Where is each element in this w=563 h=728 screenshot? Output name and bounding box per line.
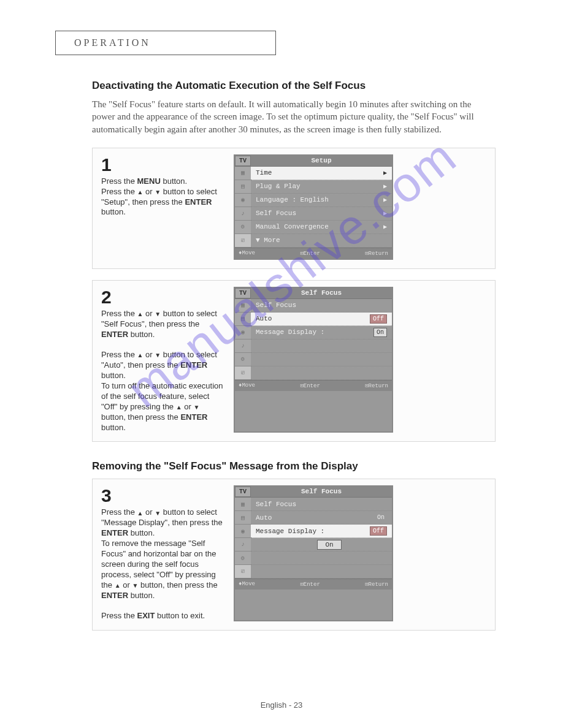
heading-deactivating: Deactivating the Automatic Execution of …: [92, 80, 508, 92]
sidebar-icon: ♪: [235, 538, 251, 552]
tv-menu: TV Self Focus ▦▤◉♪⚙⎚ Self Focus AutoOn M…: [234, 485, 393, 621]
tv-tab: TV: [235, 288, 251, 298]
menu-row: Manual Convergence▶: [251, 221, 392, 234]
menu-row-label: Self Focus: [256, 301, 296, 309]
sidebar-icon: ▤: [235, 511, 251, 525]
sidebar-icon: ⎚: [235, 565, 251, 578]
menu-value: Off: [370, 526, 387, 536]
tv-menu-title: Self Focus: [251, 288, 392, 298]
menu-row: Self Focus: [251, 498, 392, 511]
tv-tab: TV: [235, 156, 251, 166]
footer-move: ♦Move: [239, 581, 255, 588]
sidebar-icon: ⎚: [235, 234, 251, 248]
tv-menu-footer: ♦Move ⊡Enter ⊡Return: [235, 380, 392, 391]
tv-sidebar: ▦▤◉♪⚙⎚: [235, 299, 251, 380]
step-box: 3 Press the ▲ or ▼ button to select "Mes…: [92, 479, 496, 631]
tv-menu-title: Setup: [251, 156, 392, 166]
sidebar-icon: ◉: [235, 525, 251, 538]
footer-enter: ⊡Enter: [300, 250, 320, 257]
section-label: OPERATION: [55, 31, 276, 55]
sidebar-icon: ♪: [235, 207, 251, 221]
tv-menu-footer: ♦Move ⊡Enter ⊡Return: [235, 248, 392, 259]
sidebar-icon: ⚙: [235, 353, 251, 366]
step-number: 2: [101, 287, 224, 308]
menu-row-label: Manual Convergence: [256, 223, 329, 230]
menu-row: AutoOn: [251, 511, 392, 525]
step-number: 3: [101, 485, 224, 506]
menu-row: Self Focus▶: [251, 207, 392, 221]
tv-menu-header: TV Self Focus: [235, 487, 392, 498]
arrow-right-icon: ▶: [383, 183, 387, 190]
menu-row: ▼ More: [251, 234, 392, 248]
tv-menu: TV Self Focus ▦▤◉♪⚙⎚ Self Focus AutoOff …: [234, 287, 393, 433]
heading-removing: Removing the "Self Focus" Message from t…: [92, 460, 508, 472]
footer-return: ⊡Return: [365, 382, 388, 389]
menu-value: Off: [370, 314, 387, 324]
page-number: English - 23: [0, 700, 563, 710]
menu-row-label: Message Display :: [256, 528, 324, 535]
menu-row-label: Self Focus: [256, 210, 296, 217]
menu-row-label: Plug & Play: [256, 183, 301, 190]
footer-enter: ⊡Enter: [300, 382, 320, 389]
sidebar-icon: ⎚: [235, 366, 251, 380]
sidebar-icon: ▤: [235, 180, 251, 194]
menu-row-empty: [251, 565, 392, 578]
menu-row: AutoOff: [251, 313, 392, 326]
tv-menu: TV Setup ▦▤◉♪⚙⎚ Time▶ Plug & Play▶ Langu…: [234, 154, 393, 260]
tv-menu-header: TV Setup: [235, 156, 392, 167]
menu-row-empty: [251, 353, 392, 366]
menu-row-label: Auto: [256, 514, 272, 521]
arrow-right-icon: ▶: [383, 223, 387, 230]
tv-tab: TV: [235, 487, 251, 497]
menu-row-label: Time: [256, 169, 272, 176]
sidebar-icon: ♪: [235, 339, 251, 353]
menu-row: Time▶: [251, 167, 392, 180]
sidebar-icon: ◉: [235, 194, 251, 207]
footer-enter: ⊡Enter: [300, 581, 320, 588]
menu-sub-option: On: [251, 538, 392, 552]
step-number: 1: [101, 154, 224, 175]
step-instructions: Press the ▲ or ▼ button to select "Self …: [101, 309, 224, 433]
arrow-right-icon: ▶: [383, 210, 387, 217]
menu-row-empty: [251, 552, 392, 565]
step-instructions: Press the MENU button.Press the ▲ or ▼ b…: [101, 176, 224, 218]
menu-row: Self Focus: [251, 299, 392, 313]
menu-row-label: ▼ More: [256, 237, 280, 244]
menu-value: On: [373, 328, 387, 337]
step-box: 1 Press the MENU button.Press the ▲ or ▼…: [92, 148, 496, 269]
tv-sidebar: ▦▤◉♪⚙⎚: [235, 498, 251, 578]
step-instructions: Press the ▲ or ▼ button to select "Messa…: [101, 507, 224, 621]
footer-return: ⊡Return: [365, 250, 388, 257]
sidebar-icon: ▦: [235, 299, 251, 313]
footer-return: ⊡Return: [365, 581, 388, 588]
sidebar-icon: ⚙: [235, 552, 251, 565]
menu-row: Plug & Play▶: [251, 180, 392, 194]
menu-value: On: [375, 514, 387, 521]
menu-row-label: Language : English: [256, 196, 329, 203]
sidebar-icon: ▦: [235, 498, 251, 511]
tv-menu-header: TV Self Focus: [235, 288, 392, 299]
menu-row: Language : English▶: [251, 194, 392, 207]
footer-move: ♦Move: [239, 250, 255, 257]
tv-menu-title: Self Focus: [251, 487, 392, 497]
sidebar-icon: ◉: [235, 326, 251, 339]
sidebar-icon: ⚙: [235, 221, 251, 234]
menu-row-label: Message Display :: [256, 328, 324, 336]
menu-row-empty: [251, 339, 392, 353]
intro-paragraph: The "Self Focus" feature starts on defau…: [92, 98, 496, 135]
tv-menu-footer: ♦Move ⊡Enter ⊡Return: [235, 578, 392, 590]
menu-row-label: Auto: [256, 315, 272, 322]
step-box: 2 Press the ▲ or ▼ button to select "Sel…: [92, 280, 496, 442]
footer-move: ♦Move: [239, 382, 255, 389]
sidebar-icon: ▦: [235, 167, 251, 180]
menu-row: Message Display :On: [251, 326, 392, 339]
arrow-right-icon: ▶: [383, 169, 387, 176]
menu-row-empty: [251, 366, 392, 380]
menu-row: Message Display :Off: [251, 525, 392, 538]
sidebar-icon: ▤: [235, 313, 251, 326]
arrow-right-icon: ▶: [383, 196, 387, 203]
menu-row-label: Self Focus: [256, 501, 296, 508]
tv-sidebar: ▦▤◉♪⚙⎚: [235, 167, 251, 248]
